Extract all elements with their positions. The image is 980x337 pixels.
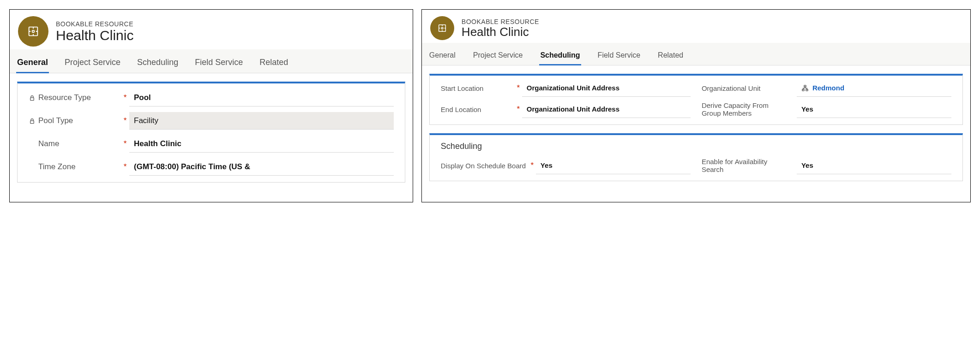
tab-general[interactable]: General xyxy=(16,55,49,73)
field-time-zone: Time Zone * (GMT-08:00) Pacific Time (US… xyxy=(29,153,394,176)
label-start-location: Start Location xyxy=(441,84,515,92)
svg-point-1 xyxy=(32,30,35,33)
value-display-on-board[interactable]: Yes xyxy=(536,157,691,174)
value-resource-type[interactable]: Pool xyxy=(129,89,394,106)
hierarchy-icon xyxy=(801,84,809,92)
entity-name: Health Clinic xyxy=(56,28,133,43)
field-resource-type: Resource Type * Pool xyxy=(29,83,394,106)
lock-icon xyxy=(29,95,36,101)
scheduling-card: Scheduling Display On Schedule Board * Y… xyxy=(429,133,963,181)
required-marker: * xyxy=(515,105,522,114)
tab-project-service[interactable]: Project Service xyxy=(472,48,524,65)
required-marker: * xyxy=(121,139,129,148)
value-derive-capacity[interactable]: Yes xyxy=(797,101,951,118)
tab-general[interactable]: General xyxy=(428,48,457,65)
general-card: Resource Type * Pool Pool Type * Facilit… xyxy=(17,82,405,183)
value-time-zone[interactable]: (GMT-08:00) Pacific Time (US & xyxy=(129,158,394,176)
svg-rect-8 xyxy=(806,89,808,90)
puzzle-icon xyxy=(27,25,40,38)
label-resource-type: Resource Type xyxy=(29,93,121,102)
required-marker: * xyxy=(121,116,129,125)
label-text: Pool Type xyxy=(38,116,73,125)
svg-rect-2 xyxy=(30,97,34,100)
required-marker: * xyxy=(515,83,522,93)
location-card: Start Location * Organizational Unit Add… xyxy=(429,74,963,125)
form-header: BOOKABLE RESOURCE Health Clinic xyxy=(10,10,413,49)
tab-scheduling[interactable]: Scheduling xyxy=(539,48,581,65)
lock-icon xyxy=(29,118,36,124)
header-text: BOOKABLE RESOURCE Health Clinic xyxy=(56,20,133,43)
section-title-scheduling: Scheduling xyxy=(430,135,962,153)
tab-bar: General Project Service Scheduling Field… xyxy=(422,43,970,65)
label-pool-type: Pool Type xyxy=(29,116,121,125)
svg-point-5 xyxy=(441,27,443,29)
label-derive-capacity: Derive Capacity From Group Members xyxy=(702,101,789,117)
label-text: Time Zone xyxy=(38,162,76,171)
field-pool-type: Pool Type * Facility xyxy=(29,106,394,130)
value-enable-availability[interactable]: Yes xyxy=(797,157,951,174)
field-enable-availability: Enable for Availability Search Yes xyxy=(702,153,951,174)
value-start-location[interactable]: Organizational Unit Address xyxy=(522,79,691,97)
svg-rect-7 xyxy=(802,89,804,90)
svg-rect-3 xyxy=(30,120,34,123)
header-text: BOOKABLE RESOURCE Health Clinic xyxy=(462,18,539,39)
form-header: BOOKABLE RESOURCE Health Clinic xyxy=(422,10,970,43)
tab-body-scheduling: Start Location * Organizational Unit Add… xyxy=(422,65,970,201)
label-display-on-board: Display On Schedule Board xyxy=(441,162,529,170)
label-end-location: End Location xyxy=(441,106,515,113)
tab-field-service[interactable]: Field Service xyxy=(597,48,641,65)
field-end-location: End Location * Organizational Unit Addre… xyxy=(441,97,691,118)
entity-avatar xyxy=(430,16,454,40)
field-display-on-board: Display On Schedule Board * Yes xyxy=(441,153,691,174)
field-name: Name * Health Clinic xyxy=(29,130,394,153)
entity-type-label: BOOKABLE RESOURCE xyxy=(462,18,539,25)
label-text: Resource Type xyxy=(38,93,91,102)
entity-type-label: BOOKABLE RESOURCE xyxy=(56,20,133,28)
tab-related[interactable]: Related xyxy=(259,55,289,73)
field-org-unit: Organizational Unit Redmond xyxy=(702,76,951,97)
required-marker: * xyxy=(121,93,129,102)
required-marker: * xyxy=(529,161,536,170)
entity-name: Health Clinic xyxy=(462,25,539,39)
org-unit-link-text: Redmond xyxy=(812,84,844,92)
tab-project-service[interactable]: Project Service xyxy=(64,55,121,73)
tab-bar: General Project Service Scheduling Field… xyxy=(10,49,413,73)
form-panel-scheduling: BOOKABLE RESOURCE Health Clinic General … xyxy=(421,9,971,202)
label-text: Name xyxy=(38,139,59,148)
value-end-location[interactable]: Organizational Unit Address xyxy=(522,101,691,118)
svg-rect-6 xyxy=(804,85,806,87)
value-pool-type[interactable]: Facility xyxy=(129,112,394,130)
value-name[interactable]: Health Clinic xyxy=(129,135,394,153)
field-start-location: Start Location * Organizational Unit Add… xyxy=(441,76,691,97)
entity-avatar xyxy=(18,16,48,47)
label-time-zone: Time Zone xyxy=(29,162,121,171)
label-enable-availability: Enable for Availability Search xyxy=(702,158,789,173)
required-marker: * xyxy=(121,162,129,171)
tab-field-service[interactable]: Field Service xyxy=(194,55,244,73)
label-org-unit: Organizational Unit xyxy=(702,84,789,92)
label-name: Name xyxy=(29,139,121,148)
tab-body-general: Resource Type * Pool Pool Type * Facilit… xyxy=(10,73,413,202)
tab-scheduling[interactable]: Scheduling xyxy=(136,55,179,73)
field-derive-capacity: Derive Capacity From Group Members Yes xyxy=(702,97,951,118)
form-panel-general: BOOKABLE RESOURCE Health Clinic General … xyxy=(9,9,413,202)
puzzle-icon xyxy=(437,23,447,33)
tab-related[interactable]: Related xyxy=(657,48,684,65)
value-org-unit[interactable]: Redmond xyxy=(797,79,951,97)
